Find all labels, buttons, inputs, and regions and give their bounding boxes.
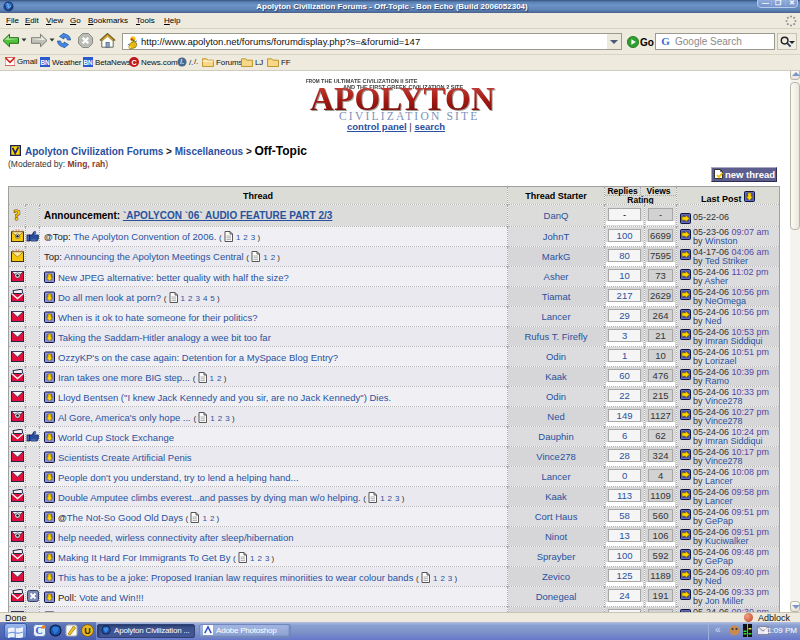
svg-text:C: C <box>35 625 42 636</box>
svg-text:G: G <box>661 35 670 47</box>
svg-text:C: C <box>131 58 137 67</box>
svg-text:BN: BN <box>40 59 50 66</box>
svg-text:?: ? <box>14 208 21 222</box>
svg-text:/.: /. <box>180 58 184 65</box>
svg-text:BN: BN <box>83 59 93 66</box>
svg-text:U: U <box>84 626 91 636</box>
